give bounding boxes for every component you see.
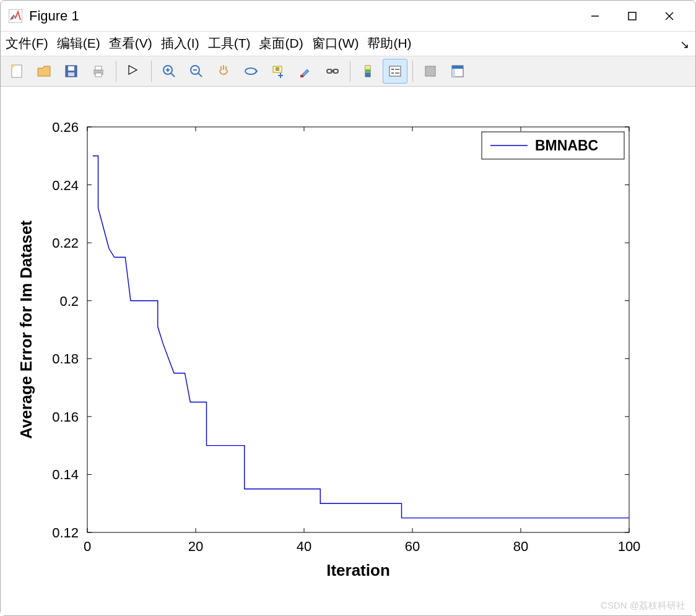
menu-view[interactable]: 查看(V) xyxy=(109,35,152,52)
show-plot-tools-button[interactable] xyxy=(445,59,470,84)
new-figure-button[interactable] xyxy=(4,59,29,84)
menu-tools[interactable]: 工具(T) xyxy=(208,35,251,52)
menu-edit[interactable]: 编辑(E) xyxy=(57,35,100,52)
axes-area[interactable]: 0204060801000.120.140.160.180.20.220.240… xyxy=(1,87,695,615)
svg-rect-13 xyxy=(95,73,102,77)
x-tick-label: 60 xyxy=(405,539,420,554)
toolbar xyxy=(1,56,695,87)
minimize-button[interactable] xyxy=(576,1,614,32)
svg-rect-40 xyxy=(425,66,435,76)
y-tick-label: 0.18 xyxy=(52,351,79,367)
svg-line-15 xyxy=(171,73,175,77)
svg-rect-12 xyxy=(95,66,102,70)
chart-svg: 0204060801000.120.140.160.180.20.220.240… xyxy=(1,87,695,613)
zoom-in-button[interactable] xyxy=(157,59,181,84)
x-tick-label: 100 xyxy=(618,539,641,554)
x-tick-label: 20 xyxy=(188,539,203,554)
menu-insert[interactable]: 插入(I) xyxy=(161,35,199,52)
save-button[interactable] xyxy=(59,59,84,84)
menu-file[interactable]: 文件(F) xyxy=(6,35,48,52)
y-tick-label: 0.26 xyxy=(52,119,79,135)
menu-help[interactable]: 帮助(H) xyxy=(367,35,411,52)
svg-rect-9 xyxy=(68,66,74,71)
svg-rect-32 xyxy=(365,66,370,69)
window-title: Figure 1 xyxy=(29,8,79,24)
svg-rect-3 xyxy=(629,12,636,20)
titlebar: Figure 1 xyxy=(1,1,695,32)
svg-rect-34 xyxy=(365,73,370,77)
y-tick-label: 0.24 xyxy=(52,178,79,193)
hide-plot-tools-button[interactable] xyxy=(418,59,443,84)
svg-point-21 xyxy=(245,68,256,74)
x-tick-label: 40 xyxy=(297,539,311,554)
legend-entry-label: BMNABC xyxy=(535,137,598,154)
svg-rect-33 xyxy=(365,69,370,73)
svg-rect-27 xyxy=(300,75,303,77)
axes-box xyxy=(87,127,629,532)
x-tick-label: 80 xyxy=(513,539,528,554)
data-cursor-button[interactable] xyxy=(266,59,290,84)
x-tick-label: 0 xyxy=(84,539,91,554)
rotate-3d-button[interactable] xyxy=(238,59,263,84)
svg-rect-43 xyxy=(452,69,455,77)
svg-rect-10 xyxy=(68,72,74,76)
y-tick-label: 0.22 xyxy=(52,235,79,251)
y-tick-label: 0.2 xyxy=(59,293,79,309)
edit-plot-button[interactable] xyxy=(121,59,146,84)
insert-legend-button[interactable] xyxy=(383,59,407,84)
menubar: 文件(F) 编辑(E) 查看(V) 插入(I) 工具(T) 桌面(D) 窗口(W… xyxy=(1,32,695,56)
x-axis-label: Iteration xyxy=(326,561,390,579)
pan-button[interactable] xyxy=(211,59,236,84)
open-button[interactable] xyxy=(32,59,56,84)
zoom-out-button[interactable] xyxy=(184,59,209,84)
print-button[interactable] xyxy=(86,59,111,84)
menu-desktop[interactable]: 桌面(D) xyxy=(259,35,303,52)
matlab-icon xyxy=(8,9,23,24)
menubar-overflow-icon[interactable]: ↘ xyxy=(680,38,689,51)
y-tick-label: 0.14 xyxy=(52,467,79,482)
svg-line-19 xyxy=(198,73,202,77)
y-tick-label: 0.12 xyxy=(52,525,79,540)
svg-rect-0 xyxy=(9,9,22,23)
brush-button[interactable] xyxy=(293,59,318,84)
link-data-button[interactable] xyxy=(320,59,345,84)
svg-rect-42 xyxy=(452,66,463,69)
svg-point-1 xyxy=(11,17,14,19)
figure-window: Figure 1 文件(F) 编辑(E) 查看(V) 插入(I) 工具(T) 桌… xyxy=(0,0,696,616)
svg-rect-22 xyxy=(273,66,282,72)
svg-rect-35 xyxy=(389,66,401,76)
maximize-button[interactable] xyxy=(614,1,651,32)
insert-colorbar-button[interactable] xyxy=(355,59,380,84)
menu-window[interactable]: 窗口(W) xyxy=(312,35,359,52)
y-axis-label: Average Error for Im Dataset xyxy=(17,220,35,439)
close-button[interactable] xyxy=(651,1,688,32)
y-tick-label: 0.16 xyxy=(52,409,79,425)
